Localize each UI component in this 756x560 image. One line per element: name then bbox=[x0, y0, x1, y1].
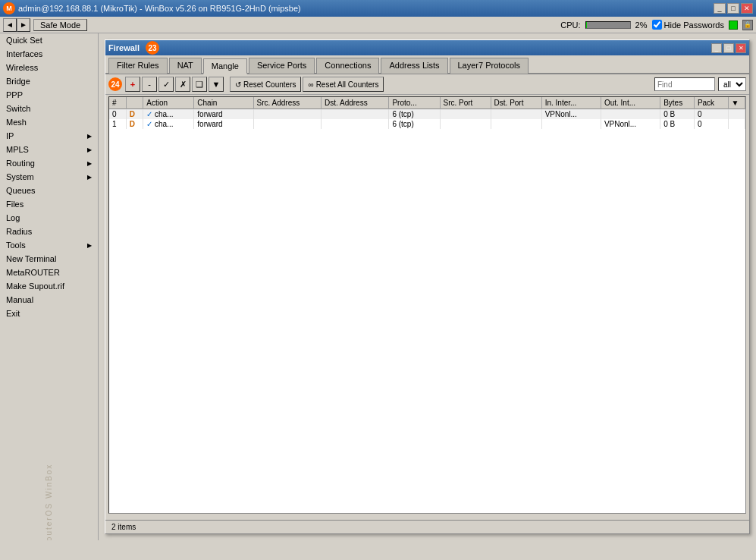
sidebar-item-make-supout[interactable]: Make Supout.rif bbox=[0, 279, 98, 293]
routeros-watermark: RouterOS WinBox bbox=[45, 464, 53, 540]
minimize-button[interactable]: _ bbox=[714, 3, 726, 14]
menu-bar: ◄ ► Safe Mode CPU: 2% Hide Passwords 🔒 bbox=[0, 17, 756, 33]
filter-button[interactable]: ▼ bbox=[209, 77, 224, 92]
tab-layer7-protocols[interactable]: Layer7 Protocols bbox=[450, 58, 529, 74]
add-button[interactable]: + bbox=[125, 77, 140, 92]
hide-passwords-label[interactable]: Hide Passwords bbox=[652, 20, 724, 30]
safe-mode-button[interactable]: Safe Mode bbox=[33, 19, 87, 31]
sidebar-item-ppp[interactable]: PPP bbox=[0, 88, 98, 102]
cell-in-interface: VPNonl... bbox=[541, 109, 601, 120]
reset-counters-icon: ↺ bbox=[235, 80, 241, 89]
col-header-protocol[interactable]: Proto... bbox=[389, 97, 440, 109]
tab-service-ports[interactable]: Service Ports bbox=[249, 58, 315, 74]
sidebar-item-queues[interactable]: Queues bbox=[0, 184, 98, 197]
cell-chain: forward bbox=[194, 109, 253, 120]
cell-packets: 0 bbox=[694, 109, 728, 120]
sidebar-item-files[interactable]: Files bbox=[0, 197, 98, 211]
col-header-out-interface[interactable]: Out. Int... bbox=[601, 97, 660, 109]
cell-src-port bbox=[440, 119, 491, 129]
sidebar-item-routing[interactable]: Routing ▶ bbox=[0, 156, 98, 170]
tab-address-lists[interactable]: Address Lists bbox=[381, 58, 447, 74]
sidebar-item-system[interactable]: System ▶ bbox=[0, 170, 98, 184]
cell-num: 1 bbox=[109, 119, 126, 129]
cpu-value: 2% bbox=[635, 20, 648, 30]
col-header-flag[interactable] bbox=[126, 97, 143, 109]
firewall-close-button[interactable]: ✕ bbox=[736, 43, 746, 53]
close-button[interactable]: ✕ bbox=[741, 3, 753, 14]
find-select[interactable]: all bbox=[718, 77, 746, 91]
ip-arrow-icon: ▶ bbox=[87, 133, 92, 140]
col-header-in-interface[interactable]: In. Inter... bbox=[541, 97, 601, 109]
status-light-green bbox=[729, 20, 738, 30]
firewall-maximize-button[interactable]: □ bbox=[723, 43, 734, 53]
title-bar-buttons: _ □ ✕ bbox=[714, 3, 753, 14]
maximize-button[interactable]: □ bbox=[727, 3, 739, 14]
cell-out-interface bbox=[601, 109, 660, 120]
cpu-fill bbox=[586, 22, 587, 28]
tab-filter-rules[interactable]: Filter Rules bbox=[108, 58, 168, 74]
cpu-label: CPU: bbox=[560, 20, 580, 30]
col-header-action[interactable]: Action bbox=[143, 97, 194, 109]
cell-src-address bbox=[253, 109, 321, 120]
sidebar-item-tools[interactable]: Tools ▶ bbox=[0, 238, 98, 252]
find-input[interactable] bbox=[654, 77, 715, 91]
cell-dst-address bbox=[321, 109, 388, 120]
sidebar-item-mpls[interactable]: MPLS ▶ bbox=[0, 143, 98, 156]
copy-button[interactable]: ❑ bbox=[192, 77, 207, 92]
cell-dst-port bbox=[491, 119, 541, 129]
sidebar-item-manual[interactable]: Manual bbox=[0, 293, 98, 307]
sidebar-item-interfaces[interactable]: Interfaces bbox=[0, 47, 98, 61]
firewall-title: Firewall bbox=[108, 43, 140, 52]
table-row[interactable]: 0 D ✓ cha... forward 6 (tcp) VPNonl... 0… bbox=[109, 109, 745, 120]
uncheck-button[interactable]: ✗ bbox=[175, 77, 190, 92]
back-button[interactable]: ◄ bbox=[3, 18, 17, 32]
sidebar-item-meta-router[interactable]: MetaROUTER bbox=[0, 266, 98, 279]
col-header-chain[interactable]: Chain bbox=[194, 97, 253, 109]
col-header-src-port[interactable]: Src. Port bbox=[440, 97, 491, 109]
sidebar-item-quick-set[interactable]: Quick Set bbox=[0, 33, 98, 47]
sidebar-item-new-terminal[interactable]: New Terminal bbox=[0, 252, 98, 266]
sidebar-item-mesh[interactable]: Mesh bbox=[0, 115, 98, 129]
remove-button[interactable]: - bbox=[142, 77, 157, 92]
firewall-minimize-button[interactable]: _ bbox=[711, 43, 722, 53]
forward-button[interactable]: ► bbox=[17, 18, 30, 32]
sidebar-item-radius[interactable]: Radius bbox=[0, 225, 98, 238]
check-button[interactable]: ✓ bbox=[158, 77, 174, 92]
routing-arrow-icon: ▶ bbox=[87, 160, 92, 167]
mpls-arrow-icon: ▶ bbox=[87, 146, 92, 153]
sidebar-item-bridge[interactable]: Bridge bbox=[0, 74, 98, 88]
col-header-packets[interactable]: Pack bbox=[694, 97, 728, 109]
cell-in-interface bbox=[541, 119, 601, 129]
col-header-num[interactable]: # bbox=[109, 97, 126, 109]
sidebar-item-exit[interactable]: Exit bbox=[0, 307, 98, 320]
cell-chain: forward bbox=[194, 119, 253, 129]
tab-mangle[interactable]: Mangle bbox=[203, 58, 247, 74]
cell-extra bbox=[728, 109, 745, 120]
title-bar: M admin@192.168.88.1 (MikroTik) - WinBox… bbox=[0, 0, 756, 17]
col-header-extra[interactable]: ▼ bbox=[728, 97, 745, 109]
hide-passwords-checkbox[interactable] bbox=[652, 20, 662, 30]
tools-arrow-icon: ▶ bbox=[87, 242, 92, 249]
col-header-dst-port[interactable]: Dst. Port bbox=[491, 97, 541, 109]
mangle-rules-table: # Action Chain Src. Address Dst. Address… bbox=[109, 97, 745, 129]
col-header-dst-address[interactable]: Dst. Address bbox=[321, 97, 388, 109]
col-header-src-address[interactable]: Src. Address bbox=[253, 97, 321, 109]
firewall-window: Firewall 23 _ □ ✕ Filter Rules NAT M bbox=[105, 39, 750, 534]
sidebar-item-log[interactable]: Log bbox=[0, 211, 98, 225]
tab-connections[interactable]: Connections bbox=[316, 58, 379, 74]
table-row[interactable]: 1 D ✓ cha... forward 6 (tcp) VPNonl... 0… bbox=[109, 119, 745, 129]
cell-action: ✓ cha... bbox=[143, 109, 194, 120]
cell-bytes: 0 B bbox=[660, 109, 695, 120]
cell-dst-port bbox=[491, 109, 541, 120]
sidebar-item-ip[interactable]: IP ▶ bbox=[0, 129, 98, 143]
tab-nat[interactable]: NAT bbox=[169, 58, 202, 74]
sidebar: Quick Set Interfaces Wireless Bridge PPP… bbox=[0, 33, 99, 540]
reset-counters-button[interactable]: ↺ Reset Counters bbox=[230, 77, 301, 92]
sidebar-item-wireless[interactable]: Wireless bbox=[0, 61, 98, 74]
mangle-table[interactable]: # Action Chain Src. Address Dst. Address… bbox=[108, 96, 746, 514]
reset-all-counters-button[interactable]: ∞ Reset All Counters bbox=[303, 77, 384, 92]
sidebar-item-switch[interactable]: Switch bbox=[0, 102, 98, 115]
col-header-bytes[interactable]: Bytes bbox=[660, 97, 695, 109]
cell-flag: D bbox=[126, 119, 143, 129]
system-arrow-icon: ▶ bbox=[87, 174, 92, 181]
